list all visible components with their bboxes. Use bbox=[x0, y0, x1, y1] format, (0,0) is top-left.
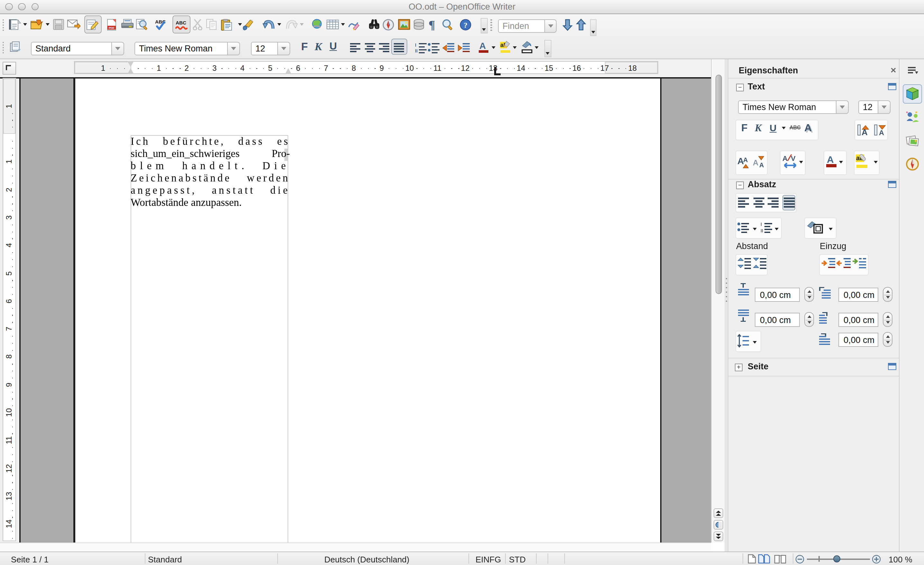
svg-text:A: A bbox=[753, 158, 758, 167]
svg-text:II: II bbox=[760, 228, 763, 233]
svg-text:A: A bbox=[879, 129, 884, 136]
svg-text:V: V bbox=[791, 154, 796, 162]
svg-text:A: A bbox=[479, 41, 486, 51]
svg-text:A: A bbox=[827, 154, 834, 165]
svg-text:A: A bbox=[783, 154, 788, 162]
svg-text:ABC: ABC bbox=[176, 20, 186, 25]
svg-text:A: A bbox=[862, 127, 868, 136]
svg-text:II: II bbox=[415, 48, 418, 53]
svg-text:A: A bbox=[743, 156, 748, 163]
svg-text:A: A bbox=[759, 162, 764, 169]
svg-text:I: I bbox=[415, 42, 416, 48]
svg-text:¶: ¶ bbox=[429, 19, 435, 31]
svg-text:PDF: PDF bbox=[109, 26, 115, 30]
svg-text:I: I bbox=[760, 222, 762, 227]
svg-text:?: ? bbox=[464, 21, 468, 29]
